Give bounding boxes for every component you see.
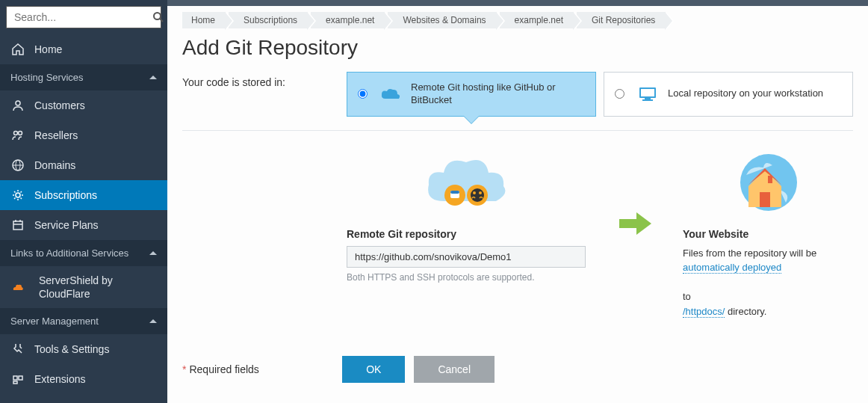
svg-point-31 [479,191,482,194]
option-local-repo[interactable]: Local repository on your workstation [604,72,853,117]
cloud-illustration [347,149,586,216]
sidebar-item-label: Tools & Settings [34,343,109,355]
sidebar-item-label: Service Plans [34,219,99,231]
page-title: Add Git Repository [182,36,853,60]
breadcrumb-item[interactable]: Home [182,12,226,28]
repo-url-input[interactable] [347,246,586,268]
svg-point-8 [16,193,20,197]
svg-rect-14 [19,376,22,380]
sidebar-section-server[interactable]: Server Management [0,308,167,334]
sidebar-item-extensions[interactable]: Extensions [0,364,167,394]
sidebar-item-label: Customers [34,99,85,111]
sidebar-item-label: Home [34,43,62,55]
svg-rect-22 [641,89,654,96]
chevron-up-icon [149,76,157,79]
svg-point-4 [19,132,22,135]
breadcrumb-item[interactable]: example.net [311,12,385,28]
svg-rect-23 [645,98,651,99]
user-icon [10,98,25,113]
search-icon[interactable] [152,6,164,28]
svg-point-2 [16,101,20,105]
svg-point-29 [471,188,484,202]
website-to: to [683,291,691,302]
breadcrumb-item[interactable]: Git Repositories [577,12,666,28]
search-box [6,6,161,28]
svg-rect-33 [760,192,770,207]
sidebar-item-label: Domains [34,159,75,171]
cancel-button[interactable]: Cancel [414,356,495,383]
sidebar-item-label: ServerShield by CloudFlare [39,274,157,301]
svg-point-30 [473,191,476,194]
website-desc-line1: Files from the repository will be [683,247,816,259]
sidebar-item-label: Subscriptions [34,189,97,201]
svg-rect-24 [642,99,653,101]
globe-icon [10,158,25,173]
users-icon [10,128,25,143]
httpdocs-link[interactable]: /httpdocs/ [683,306,725,318]
home-icon [10,42,25,57]
arrow-icon [616,149,653,239]
sidebar-item-label: Resellers [34,129,78,141]
breadcrumb-item[interactable]: Websites & Domains [388,12,496,28]
sidebar-item-label: Extensions [34,373,85,385]
website-illustration [683,149,847,216]
calendar-icon [10,218,25,233]
svg-point-0 [154,13,161,19]
svg-rect-13 [13,376,17,380]
sidebar-section-links[interactable]: Links to Additional Services [0,240,167,266]
website-column: Your Website Files from the repository w… [683,149,847,319]
option-remote-hosting[interactable]: Remote Git hosting like GitHub or BitBuc… [347,72,596,117]
option-label: Local repository on your workstation [668,87,823,100]
sidebar-item-home[interactable]: Home [0,34,167,64]
breadcrumb: Home Subscriptions example.net Websites … [182,12,853,28]
option-label: Remote Git hosting like GitHub or BitBuc… [411,81,585,107]
sidebar-item-tools[interactable]: Tools & Settings [0,334,167,364]
option-remote-radio[interactable] [358,89,368,99]
divider [182,130,853,131]
ok-button[interactable]: OK [342,356,405,383]
monitor-icon [636,85,659,103]
sidebar-section-hosting[interactable]: Hosting Services [0,64,167,90]
search-input[interactable] [7,11,152,23]
website-dir: directory. [725,306,766,317]
svg-rect-9 [13,221,22,230]
sidebar-item-domains[interactable]: Domains [0,150,167,180]
website-title: Your Website [683,228,847,240]
chevron-up-icon [149,319,157,323]
repo-url-label: Remote Git repository [347,228,586,240]
svg-rect-34 [768,176,772,183]
sidebar-item-service-plans[interactable]: Service Plans [0,210,167,240]
auto-deploy-link[interactable]: automatically deployed [683,262,781,274]
svg-rect-15 [13,381,17,384]
breadcrumb-item[interactable]: example.net [500,12,574,28]
chevron-up-icon [149,251,157,255]
wrench-icon [10,342,25,357]
sidebar-item-subscriptions[interactable]: Subscriptions [0,180,167,210]
required-fields-label: *Required fields [182,363,259,375]
cloudflare-icon [10,280,25,295]
option-local-radio[interactable] [615,89,624,99]
sidebar-item-docker[interactable]: Docker [0,394,167,403]
main-content: Home Subscriptions example.net Websites … [167,0,868,403]
sidebar-item-customers[interactable]: Customers [0,90,167,120]
gear-icon [10,188,25,203]
svg-line-1 [160,19,163,22]
sidebar-item-servershield[interactable]: ServerShield by CloudFlare [0,266,167,308]
sidebar-item-resellers[interactable]: Resellers [0,120,167,150]
repo-hint: Both HTTPS and SSH protocols are support… [347,272,586,283]
sidebar: Home Hosting Services Customers Reseller… [0,0,167,403]
breadcrumb-item[interactable]: Subscriptions [229,12,308,28]
svg-point-3 [14,132,18,135]
repo-column: Remote Git repository Both HTTPS and SSH… [347,149,586,283]
svg-rect-27 [450,191,459,194]
puzzle-icon [10,372,25,387]
stored-in-label: Your code is stored in: [182,72,332,88]
cloud-icon [379,85,402,103]
